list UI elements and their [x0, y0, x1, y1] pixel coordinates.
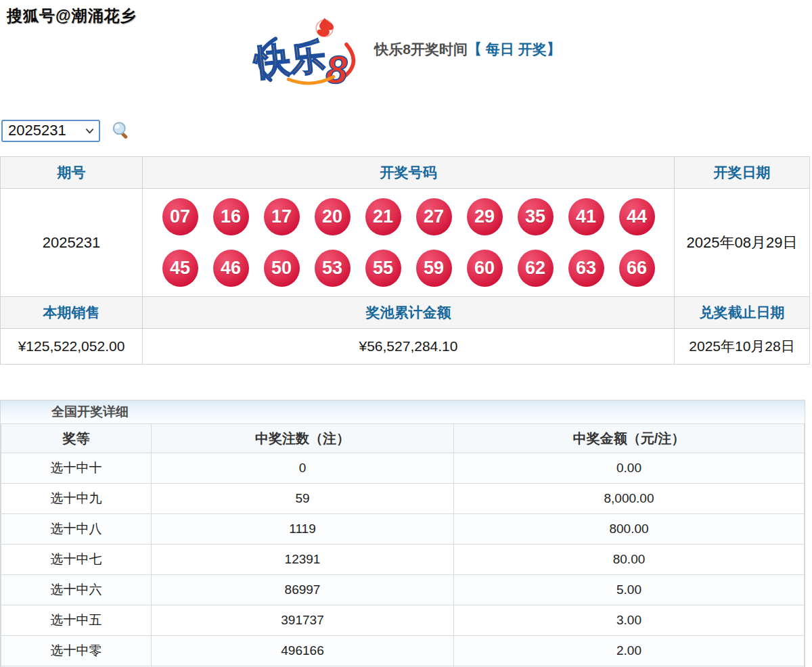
- issue-controls: 2025231: [1, 119, 812, 142]
- prize-row: 选十中九 59 8,000.00: [1, 484, 805, 514]
- col-header-level: 奖等: [1, 424, 152, 453]
- lottery-ball: 17: [264, 198, 300, 235]
- col-header-sales: 本期销售: [1, 297, 143, 329]
- col-header-pool: 奖池累计金额: [143, 297, 675, 329]
- lottery-ball: 60: [467, 250, 503, 287]
- prize-level: 选十中九: [1, 484, 152, 514]
- draw-date: 2025年08月29日: [675, 189, 810, 297]
- lottery-ball: 53: [315, 250, 351, 287]
- col-header-numbers: 开奖号码: [143, 157, 675, 189]
- issue-select-wrap: 2025231: [1, 120, 100, 142]
- sales-amount: ¥125,522,052.00: [1, 329, 143, 365]
- lottery-ball: 16: [213, 198, 249, 235]
- result-header-row: 期号 开奖号码 开奖日期: [1, 157, 810, 189]
- prize-count: 12391: [152, 545, 454, 575]
- prize-row: 选十中十 0 0.00: [1, 453, 805, 484]
- prize-amount: 3.00: [454, 605, 805, 636]
- prize-header-row: 奖等 中奖注数（注） 中奖金额（元/注）: [1, 424, 805, 453]
- prize-amount: 0.00: [454, 453, 805, 484]
- prize-level: 选十中七: [1, 545, 152, 575]
- lottery-ball: 45: [162, 250, 198, 287]
- prize-row: 选十中八 1119 800.00: [1, 514, 805, 545]
- col-header-amount: 中奖金额（元/注）: [454, 424, 805, 453]
- prize-table: 奖等 中奖注数（注） 中奖金额（元/注） 选十中十 0 0.00 选十中九 59…: [1, 423, 805, 667]
- prize-level: 选十中十: [1, 453, 152, 484]
- prize-level: 选十中五: [1, 605, 152, 636]
- result-table: 期号 开奖号码 开奖日期 2025231 0716172021272935414…: [0, 156, 810, 365]
- prize-level: 选十中八: [1, 514, 152, 545]
- lottery-ball: 66: [619, 250, 655, 287]
- prize-count: 1119: [152, 514, 454, 545]
- result-body-row: 2025231 07161720212729354144 45465053555…: [1, 189, 810, 297]
- prize-count: 496166: [152, 636, 454, 666]
- sales-header-row: 本期销售 奖池累计金额 兑奖截止日期: [1, 297, 810, 329]
- prize-row: 选十中五 391737 3.00: [1, 605, 805, 636]
- lottery-ball: 41: [568, 198, 604, 235]
- lottery-ball: 27: [416, 198, 452, 235]
- prize-amount: 2.00: [454, 636, 805, 666]
- prize-amount: 800.00: [454, 514, 805, 545]
- deadline-date: 2025年10月28日: [675, 329, 810, 365]
- prize-row: 选十中零 496166 2.00: [1, 636, 805, 666]
- prize-count: 391737: [152, 605, 454, 636]
- page-title-text: 快乐8开奖时间: [374, 41, 468, 57]
- lottery-ball: 50: [264, 250, 300, 287]
- prize-amount: 5.00: [454, 575, 805, 605]
- search-icon[interactable]: [111, 120, 131, 141]
- issue-select[interactable]: 2025231: [1, 120, 100, 142]
- prize-amount: 80.00: [454, 545, 805, 575]
- lottery-ball: 46: [213, 250, 249, 287]
- col-header-issue: 期号: [1, 157, 143, 189]
- kuaile8-logo: 快乐 8: [251, 16, 361, 95]
- lottery-ball: 62: [518, 250, 554, 287]
- prize-table-section: 全国开奖详细 奖等 中奖注数（注） 中奖金额（元/注） 选十中十 0 0.00 …: [0, 400, 805, 667]
- col-header-deadline: 兑奖截止日期: [675, 297, 810, 329]
- page-title-schedule: 【 每日 开奖】: [468, 41, 561, 57]
- lottery-ball: 63: [568, 250, 604, 287]
- sales-body-row: ¥125,522,052.00 ¥56,527,284.10 2025年10月2…: [1, 329, 810, 365]
- lottery-ball: 20: [315, 198, 351, 235]
- prize-table-title: 全国开奖详细: [1, 400, 805, 423]
- prize-level: 选十中六: [1, 575, 152, 605]
- col-header-count: 中奖注数（注）: [152, 424, 454, 453]
- svg-text:8: 8: [326, 48, 348, 91]
- prize-count: 0: [152, 453, 454, 484]
- lottery-ball: 29: [467, 198, 503, 235]
- prize-level: 选十中零: [1, 636, 152, 666]
- prize-row: 选十中六 86997 5.00: [1, 575, 805, 605]
- lottery-ball: 21: [365, 198, 401, 235]
- prize-amount: 8,000.00: [454, 484, 805, 514]
- ball-row-1: 07161720212729354144: [143, 198, 674, 235]
- prize-count: 59: [152, 484, 454, 514]
- col-header-date: 开奖日期: [675, 157, 810, 189]
- lottery-ball: 07: [162, 198, 198, 235]
- winning-numbers: 07161720212729354144 4546505355596062636…: [143, 189, 675, 297]
- ball-row-2: 45465053555960626366: [143, 250, 674, 287]
- lottery-ball: 44: [619, 198, 655, 235]
- prize-count: 86997: [152, 575, 454, 605]
- svg-text:快乐: 快乐: [251, 36, 328, 83]
- lottery-ball: 55: [365, 250, 401, 287]
- prize-row: 选十中七 12391 80.00: [1, 545, 805, 575]
- page-title: 快乐8开奖时间【 每日 开奖】: [374, 40, 560, 59]
- lottery-ball: 35: [518, 198, 554, 235]
- lottery-ball: 59: [416, 250, 452, 287]
- pool-amount: ¥56,527,284.10: [143, 329, 675, 365]
- watermark: 搜狐号@潮涌花乡: [7, 5, 136, 26]
- issue-number: 2025231: [1, 189, 143, 297]
